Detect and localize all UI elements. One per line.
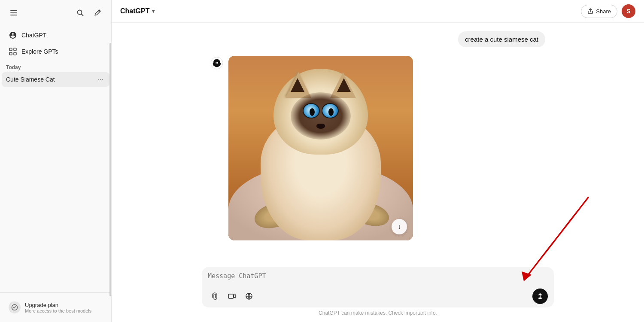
section-today-label: Today [0,61,111,72]
input-wrapper [202,267,554,307]
toggle-sidebar-button[interactable] [6,5,21,21]
upgrade-plan-sublabel: More access to the best models [25,308,91,313]
input-toolbar-left [208,289,256,303]
generated-cat-image [228,56,413,240]
input-area: ChatGPT can make mistakes. Check importa… [112,263,644,322]
sidebar-nav: ChatGPT Explore GPTs [0,26,111,61]
svg-rect-6 [14,48,16,51]
sora-button[interactable] [225,289,239,303]
user-avatar[interactable]: S [622,4,635,18]
cat-head [273,69,368,155]
sidebar-scrollbar[interactable] [109,43,111,296]
avatar-initial: S [626,8,630,15]
sidebar-header [0,0,111,26]
cat-eye-right [322,103,339,118]
chevron-down-icon: ▾ [152,8,155,14]
share-button-label: Share [596,8,611,15]
chatgpt-response-avatar [210,57,223,70]
explore-gpts-icon [9,47,17,56]
send-button[interactable] [532,289,548,304]
generated-image-container: ↓ [228,56,413,240]
history-item-menu-icon[interactable]: ··· [96,76,105,83]
message-input[interactable] [208,271,548,283]
chat-content: create a cute siamese cat [202,31,554,249]
chatgpt-icon [9,31,17,39]
explore-gpts-nav-label: Explore GPTs [21,48,58,55]
cat-face-mask [291,92,351,140]
image-download-button[interactable]: ↓ [392,219,407,234]
user-message-row: create a cute siamese cat [210,31,545,47]
svg-rect-2 [10,15,17,15]
svg-rect-13 [228,294,234,298]
svg-rect-1 [10,12,17,13]
header-right: Share S [581,4,635,18]
upgrade-plan-button[interactable]: Upgrade plan More access to the best mod… [4,298,107,317]
user-message-text: create a cute siamese cat [465,36,538,43]
history-item-cute-siamese-cat[interactable]: Cute Siamese Cat ··· [2,72,109,87]
sidebar-bottom: Upgrade plan More access to the best mod… [0,292,111,322]
svg-rect-5 [9,48,12,51]
main-content: ChatGPT ▾ Share S create a cute siamese … [112,0,644,322]
download-icon: ↓ [398,223,401,231]
sidebar-item-chatgpt[interactable]: ChatGPT [4,27,107,43]
new-chat-button[interactable] [90,5,105,21]
model-selector[interactable]: ChatGPT ▾ [120,7,155,15]
header: ChatGPT ▾ Share S [112,0,644,23]
cat-ear-inner-left [291,78,304,92]
chat-area[interactable]: create a cute siamese cat [112,23,644,263]
share-button[interactable]: Share [581,5,617,18]
upgrade-plan-icon [9,301,21,313]
footer-note: ChatGPT can make mistakes. Check importa… [120,307,635,319]
svg-rect-7 [9,52,12,55]
web-search-button[interactable] [242,289,256,303]
svg-rect-0 [10,10,17,11]
sidebar: ChatGPT Explore GPTs Today Cute Siamese … [0,0,112,322]
user-message-bubble: create a cute siamese cat [458,31,545,47]
cat-nose [316,124,325,129]
assistant-content: ↓ [228,56,545,242]
cat-ear-inner-right [337,78,351,92]
svg-rect-15 [538,298,542,299]
assistant-message-row: ↓ [210,56,545,242]
svg-rect-8 [14,52,16,55]
cat-eye-left [303,103,320,118]
attach-file-button[interactable] [208,289,222,303]
upgrade-plan-label: Upgrade plan [25,302,91,308]
history-item-label: Cute Siamese Cat [6,76,96,83]
upgrade-plan-text: Upgrade plan More access to the best mod… [25,302,91,313]
svg-line-4 [82,14,83,16]
input-toolbar [208,289,548,304]
header-title-text: ChatGPT [120,7,149,15]
cat-pupil-right [328,108,334,116]
cat-pupil-left [310,108,315,116]
sidebar-item-explore-gpts[interactable]: Explore GPTs [4,44,107,59]
search-button[interactable] [73,5,88,21]
chatgpt-nav-label: ChatGPT [21,32,46,39]
